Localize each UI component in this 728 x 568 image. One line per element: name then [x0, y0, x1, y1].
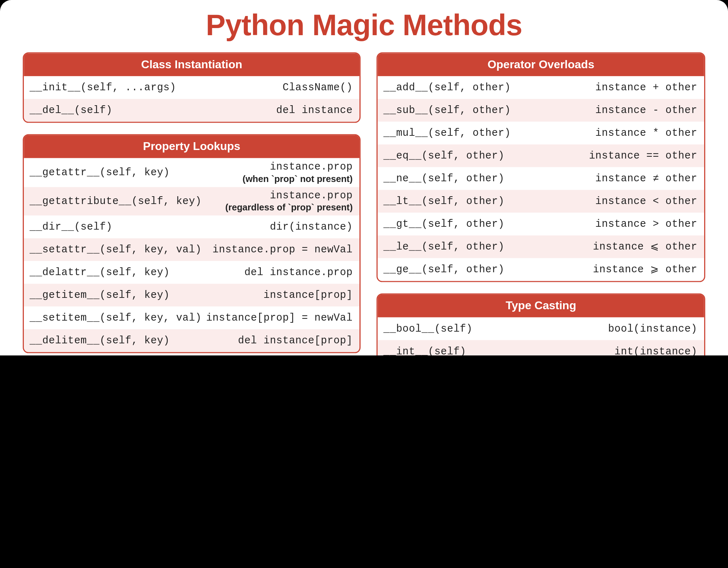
card-rows: __add__(self, other)instance + other__su… [378, 76, 704, 281]
table-row: __int__(self)int(instance) [378, 340, 704, 355]
method-signature: __getitem__(self, key) [30, 289, 170, 301]
page-title: Python Magic Methods [23, 8, 705, 42]
table-row: __lt__(self, other)instance < other [378, 190, 704, 213]
method-signature: __lt__(self, other) [384, 195, 505, 207]
method-signature: __eq__(self, other) [384, 150, 505, 161]
method-signature: __del__(self) [30, 105, 112, 116]
usage-expression: instance[prop] [263, 289, 353, 301]
method-signature: __ne__(self, other) [384, 173, 505, 184]
table-row: __add__(self, other)instance + other [378, 76, 704, 99]
usage-condition: (regardless of `prop` present) [225, 202, 353, 213]
table-row: __getattr__(self, key)instance.prop(when… [24, 158, 359, 187]
table-row: __delattr__(self, key)del instance.prop [24, 261, 359, 284]
method-signature: __delitem__(self, key) [30, 335, 170, 346]
method-signature: __getattr__(self, key) [30, 167, 170, 178]
usage-expression: del instance [276, 104, 353, 117]
table-row: __le__(self, other)instance ⩽ other [378, 235, 704, 258]
method-signature: __dir__(self) [30, 221, 112, 232]
table-row: __getitem__(self, key)instance[prop] [24, 284, 359, 306]
table-row: __setitem__(self, key, val)instance[prop… [24, 306, 359, 329]
usage-expression: instance ⩽ other [593, 240, 697, 253]
usage-expression: del instance[prop] [238, 334, 353, 347]
usage-expression: instance ≠ other [595, 172, 697, 185]
table-row: __del__(self)del instance [24, 99, 359, 122]
usage-expression: instance < other [595, 195, 697, 208]
usage-expression: instance.prop(regardless of `prop` prese… [225, 189, 353, 213]
card-header: Class Instantiation [24, 53, 359, 76]
table-row: __ge__(self, other)instance ⩾ other [378, 258, 704, 281]
method-signature: __le__(self, other) [384, 241, 505, 252]
table-row: __bool__(self)bool(instance) [378, 317, 704, 340]
usage-expression: instance * other [595, 127, 697, 139]
cheat-sheet: Python Magic Methods Class Instantiation… [0, 0, 728, 355]
card-operator-overloads: Operator Overloads __add__(self, other)i… [376, 52, 705, 282]
table-row: __sub__(self, other)instance - other [378, 99, 704, 122]
usage-expression: int(instance) [615, 345, 697, 355]
card-header: Type Casting [378, 295, 704, 317]
usage-expression: instance + other [595, 81, 697, 94]
table-row: __getattribute__(self, key)instance.prop… [24, 187, 359, 216]
usage-expression: bool(instance) [608, 322, 697, 335]
usage-expression: instance[prop] = newVal [206, 311, 353, 324]
method-signature: __bool__(self) [384, 323, 473, 334]
method-signature: __delattr__(self, key) [30, 267, 170, 278]
card-rows: __init__(self, ...args)ClassName()__del_… [24, 76, 359, 122]
table-row: __setattr__(self, key, val)instance.prop… [24, 238, 359, 261]
usage-expression: del instance.prop [244, 266, 353, 279]
usage-expression: instance ⩾ other [593, 263, 697, 276]
usage-condition: (when `prop` not present) [242, 173, 353, 184]
method-signature: __add__(self, other) [384, 82, 511, 93]
method-signature: __getattribute__(self, key) [30, 195, 202, 207]
card-rows: __bool__(self)bool(instance)__int__(self… [378, 317, 704, 355]
card-rows: __getattr__(self, key)instance.prop(when… [24, 158, 359, 352]
table-row: __dir__(self)dir(instance) [24, 215, 359, 238]
table-row: __eq__(self, other)instance == other [378, 144, 704, 167]
table-row: __gt__(self, other)instance > other [378, 213, 704, 235]
usage-expression: instance == other [589, 149, 697, 162]
method-signature: __gt__(self, other) [384, 218, 505, 230]
method-signature: __int__(self) [384, 346, 466, 355]
usage-expression: dir(instance) [270, 220, 353, 233]
right-column: Operator Overloads __add__(self, other)i… [376, 52, 705, 355]
method-signature: __setattr__(self, key, val) [30, 244, 202, 255]
left-column: Class Instantiation __init__(self, ...ar… [23, 52, 361, 355]
card-header: Property Lookups [24, 135, 359, 158]
usage-expression: instance > other [595, 218, 697, 230]
method-signature: __setitem__(self, key, val) [30, 312, 202, 323]
table-row: __mul__(self, other)instance * other [378, 122, 704, 144]
card-header: Operator Overloads [378, 53, 704, 76]
card-property-lookups: Property Lookups __getattr__(self, key)i… [23, 134, 361, 353]
table-row: __delitem__(self, key)del instance[prop] [24, 329, 359, 352]
card-class-instantiation: Class Instantiation __init__(self, ...ar… [23, 52, 361, 123]
usage-expression: ClassName() [283, 81, 353, 94]
method-signature: __mul__(self, other) [384, 127, 511, 139]
columns: Class Instantiation __init__(self, ...ar… [23, 52, 705, 355]
usage-expression: instance.prop(when `prop` not present) [242, 160, 353, 184]
usage-expression: instance.prop = newVal [213, 243, 353, 256]
method-signature: __init__(self, ...args) [30, 82, 176, 93]
table-row: __ne__(self, other)instance ≠ other [378, 167, 704, 190]
card-type-casting: Type Casting __bool__(self)bool(instance… [376, 294, 705, 355]
method-signature: __sub__(self, other) [384, 105, 511, 116]
usage-expression: instance - other [595, 104, 697, 117]
table-row: __init__(self, ...args)ClassName() [24, 76, 359, 99]
method-signature: __ge__(self, other) [384, 264, 505, 275]
